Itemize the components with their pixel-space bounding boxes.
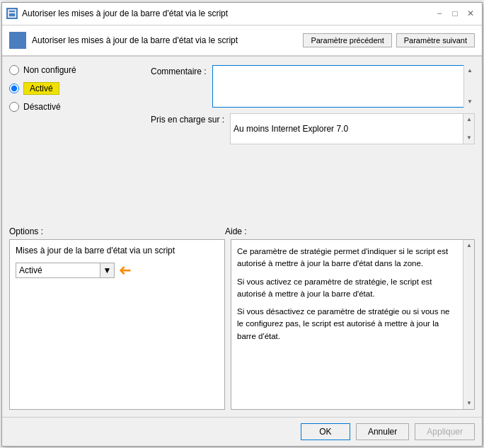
options-box: Mises à jour de la barre d'état via un s… xyxy=(9,239,225,410)
orange-arrow-icon: ➜ xyxy=(119,261,132,280)
svg-rect-0 xyxy=(8,10,16,17)
header-title: Autoriser les mises à jour de la barre d… xyxy=(32,35,238,45)
radio-active-label: Activé xyxy=(23,82,59,95)
title-bar-left: Autoriser les mises à jour de la barre d… xyxy=(6,8,228,19)
title-bar: Autoriser les mises à jour de la barre d… xyxy=(2,3,482,25)
window-icon xyxy=(6,8,18,19)
radio-disabled-input[interactable] xyxy=(9,102,19,112)
select-row: Activé Désactivé ▼ ➜ xyxy=(16,261,219,280)
aide-text3: Si vous désactivez ce paramètre de strat… xyxy=(237,306,454,343)
aide-scroll-down[interactable]: ▼ xyxy=(463,398,475,409)
radio-active[interactable]: Activé xyxy=(9,82,144,95)
apply-button[interactable]: Appliquer xyxy=(415,423,475,440)
next-param-button[interactable]: Paramètre suivant xyxy=(396,33,475,47)
comment-row: Commentaire : ▲ ▼ xyxy=(151,65,475,108)
options-label-row: Options : Aide : xyxy=(2,226,482,239)
footer: OK Annuler Appliquer xyxy=(2,417,482,446)
options-section-title: Options : xyxy=(9,226,225,236)
ok-button[interactable]: OK xyxy=(301,423,350,440)
comment-textarea[interactable] xyxy=(212,65,475,108)
radio-group: Non configuré Activé Désactivé xyxy=(9,65,144,112)
prev-param-button[interactable]: Paramètre précédent xyxy=(303,33,391,47)
header-left: Autoriser les mises à jour de la barre d… xyxy=(9,32,238,49)
cancel-button[interactable]: Annuler xyxy=(356,423,409,440)
scroll-down-arrow[interactable]: ▼ xyxy=(464,96,476,108)
aide-content: Ce paramètre de stratégie permet d'indiq… xyxy=(237,246,468,343)
minimize-button[interactable]: − xyxy=(432,6,446,21)
options-section: Mises à jour de la barre d'état via un s… xyxy=(2,239,482,417)
radio-not-configured-label: Non configuré xyxy=(23,65,76,75)
support-scroll-up[interactable]: ▲ xyxy=(463,114,475,125)
select-wrapper: Activé Désactivé ▼ xyxy=(16,263,115,278)
content-area: Non configuré Activé Désactivé Commentai… xyxy=(2,57,482,227)
aide-text1: Ce paramètre de stratégie permet d'indiq… xyxy=(237,246,454,270)
comment-wrapper: ▲ ▼ xyxy=(212,65,475,108)
radio-not-configured-input[interactable] xyxy=(9,65,19,75)
right-panel: Commentaire : ▲ ▼ Pris en charge sur : A… xyxy=(151,57,482,227)
support-label: Pris en charge sur : xyxy=(151,113,224,125)
main-window: Autoriser les mises à jour de la barre d… xyxy=(1,2,483,447)
radio-disabled[interactable]: Désactivé xyxy=(9,102,144,112)
aide-text2: Si vous activez ce paramètre de stratégi… xyxy=(237,276,454,301)
title-controls: − □ ✕ xyxy=(432,6,478,21)
header-buttons: Paramètre précédent Paramètre suivant xyxy=(303,33,475,47)
radio-disabled-label: Désactivé xyxy=(23,102,61,112)
support-row: Pris en charge sur : Au moins Internet E… xyxy=(151,113,475,144)
radio-not-configured[interactable]: Non configuré xyxy=(9,65,144,75)
support-value: Au moins Internet Explorer 7.0 xyxy=(234,124,471,134)
scroll-up-arrow[interactable]: ▲ xyxy=(464,65,476,76)
header-icon xyxy=(9,32,26,49)
support-box: Au moins Internet Explorer 7.0 ▲ ▼ xyxy=(230,113,475,144)
radio-active-input[interactable] xyxy=(9,84,19,93)
select-arrow-btn[interactable]: ▼ xyxy=(100,263,115,278)
comment-scrollbar: ▲ ▼ xyxy=(463,65,475,108)
support-scroll-down[interactable]: ▼ xyxy=(463,132,475,144)
option-select[interactable]: Activé Désactivé xyxy=(16,263,100,278)
header-bar: Autoriser les mises à jour de la barre d… xyxy=(2,25,482,57)
close-button[interactable]: ✕ xyxy=(463,6,478,21)
window-title: Autoriser les mises à jour de la barre d… xyxy=(22,8,228,18)
aide-box: Ce paramètre de stratégie permet d'indiq… xyxy=(231,239,475,410)
aide-section-title: Aide : xyxy=(225,226,475,236)
chevron-down-icon: ▼ xyxy=(103,265,112,275)
aide-scroll-up[interactable]: ▲ xyxy=(463,240,475,251)
support-scrollbar: ▲ ▼ xyxy=(463,114,474,144)
left-panel: Non configuré Activé Désactivé xyxy=(2,57,151,227)
maximize-button[interactable]: □ xyxy=(448,6,462,21)
comment-label: Commentaire : xyxy=(151,65,207,76)
aide-scrollbar: ▲ ▼ xyxy=(463,240,474,409)
option-field-label: Mises à jour de la barre d'état via un s… xyxy=(16,246,219,255)
